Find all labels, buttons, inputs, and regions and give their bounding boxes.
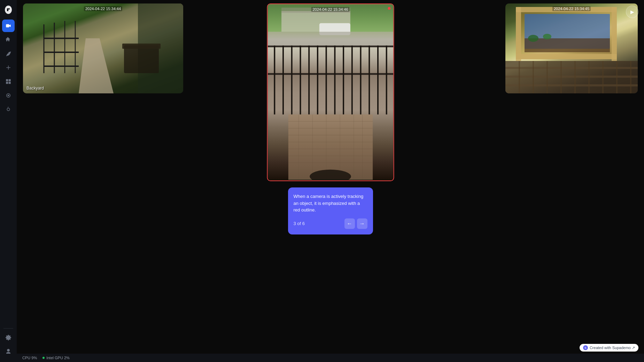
sidebar-item-grid[interactable] <box>2 75 15 88</box>
cpu-label: CPU 9% <box>22 356 37 360</box>
svg-rect-55 <box>525 14 610 49</box>
svg-rect-17 <box>319 23 350 35</box>
camera-center-feed <box>267 4 393 180</box>
camera-left-timestamp: 2024-04-22 15:34:44 <box>84 6 122 11</box>
svg-point-57 <box>528 35 538 42</box>
svg-rect-3 <box>23 3 183 93</box>
camera-left-label: Backyard <box>26 86 44 91</box>
svg-rect-18 <box>267 32 393 46</box>
sidebar-item-video[interactable] <box>2 20 15 32</box>
camera-left[interactable]: 2024-04-22 15:34:44 Backyard <box>23 3 183 93</box>
play-button[interactable]: ▶ <box>626 6 638 18</box>
svg-point-58 <box>543 34 551 39</box>
camera-center[interactable]: 2024-04-22 15:34:46 <box>267 3 394 181</box>
svg-rect-54 <box>612 7 617 61</box>
svg-marker-4 <box>79 38 114 93</box>
tooltip-next-button[interactable]: → <box>357 218 367 229</box>
svg-rect-56 <box>525 38 610 52</box>
status-bar: CPU 9% Intel GPU 2% <box>17 354 644 362</box>
sidebar-item-user[interactable] <box>2 345 15 358</box>
svg-rect-2 <box>138 3 183 93</box>
tooltip-footer: 3 of 6 ← → <box>294 218 367 229</box>
sidebar-divider <box>3 328 13 329</box>
svg-rect-52 <box>516 54 617 59</box>
camera-center-active-dot <box>388 7 390 10</box>
gpu-status: Intel GPU 2% <box>42 356 70 360</box>
camera-right-feed <box>505 3 638 93</box>
tooltip-nav: ← → <box>344 218 367 229</box>
play-icon: ▶ <box>630 9 634 15</box>
camera-right[interactable]: 2024-04-22 15:34:45 <box>505 3 638 93</box>
svg-rect-50 <box>516 7 617 59</box>
sidebar-item-home[interactable] <box>2 33 15 46</box>
gpu-status-dot <box>42 357 45 359</box>
svg-rect-35 <box>288 114 372 180</box>
tooltip-text: When a camera is actively tracking an ob… <box>294 193 367 214</box>
camera-center-timestamp: 2024-04-22 15:34:46 <box>311 7 349 12</box>
camera-grid: 2024-04-22 15:34:44 Backyard <box>17 0 644 354</box>
svg-rect-53 <box>516 7 521 61</box>
app-logo <box>3 4 14 15</box>
tooltip-prev-button[interactable]: ← <box>344 218 355 229</box>
sidebar-item-circle[interactable] <box>2 89 15 102</box>
supademo-badge[interactable]: S Created with Supademo ↗ <box>580 344 638 352</box>
svg-rect-15 <box>281 11 350 32</box>
tooltip-card: When a camera is actively tracking an ob… <box>288 187 373 234</box>
gpu-label: Intel GPU 2% <box>46 356 70 360</box>
main-content: 2024-04-22 15:34:44 Backyard <box>17 0 644 362</box>
sidebar-item-leaf[interactable] <box>2 47 15 60</box>
supademo-logo: S <box>583 345 588 350</box>
cpu-status: CPU 9% <box>22 356 37 360</box>
supademo-label: Created with Supademo ↗ <box>590 346 635 350</box>
camera-right-timestamp: 2024-04-22 15:34:45 <box>552 6 591 11</box>
sidebar <box>0 0 17 362</box>
sidebar-item-add[interactable] <box>2 61 15 74</box>
sidebar-item-settings[interactable] <box>2 331 15 344</box>
tooltip-counter: 3 of 6 <box>294 221 305 226</box>
svg-rect-20 <box>267 73 393 75</box>
svg-point-1 <box>8 95 9 97</box>
camera-left-feed <box>23 3 183 93</box>
sidebar-item-ai[interactable] <box>2 103 15 116</box>
svg-point-49 <box>310 170 351 180</box>
svg-rect-19 <box>267 46 393 47</box>
svg-rect-13 <box>122 44 161 49</box>
svg-rect-12 <box>124 45 159 73</box>
svg-rect-59 <box>505 61 638 93</box>
